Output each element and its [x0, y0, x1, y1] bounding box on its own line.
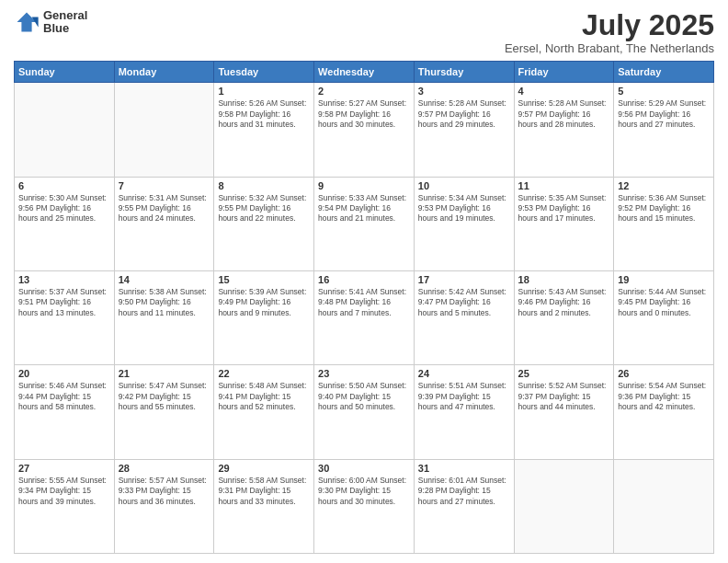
day-info: Sunrise: 5:39 AM Sunset: 9:49 PM Dayligh…	[218, 287, 310, 318]
day-info: Sunrise: 5:51 AM Sunset: 9:39 PM Dayligh…	[418, 381, 510, 412]
day-info: Sunrise: 5:26 AM Sunset: 9:58 PM Dayligh…	[218, 98, 310, 130]
day-number: 12	[618, 180, 710, 191]
calendar-table: Sunday Monday Tuesday Wednesday Thursday…	[14, 61, 714, 554]
day-number: 26	[618, 368, 710, 379]
calendar-cell	[514, 459, 614, 553]
calendar-cell: 25Sunrise: 5:52 AM Sunset: 9:37 PM Dayli…	[514, 365, 614, 459]
header-sunday: Sunday	[15, 62, 115, 83]
day-info: Sunrise: 5:28 AM Sunset: 9:57 PM Dayligh…	[418, 98, 510, 130]
svg-marker-0	[17, 13, 37, 32]
calendar-cell: 21Sunrise: 5:47 AM Sunset: 9:42 PM Dayli…	[114, 365, 214, 459]
day-number: 21	[119, 368, 210, 379]
day-info: Sunrise: 5:32 AM Sunset: 9:55 PM Dayligh…	[218, 193, 310, 224]
calendar-cell: 10Sunrise: 5:34 AM Sunset: 9:53 PM Dayli…	[414, 177, 514, 270]
calendar-cell: 26Sunrise: 5:54 AM Sunset: 9:36 PM Dayli…	[614, 365, 714, 459]
day-number: 4	[518, 86, 610, 97]
calendar-cell: 2Sunrise: 5:27 AM Sunset: 9:58 PM Daylig…	[314, 83, 415, 177]
day-number: 2	[318, 86, 410, 97]
day-number: 14	[119, 274, 210, 285]
day-number: 11	[518, 180, 610, 191]
calendar-cell: 17Sunrise: 5:42 AM Sunset: 9:47 PM Dayli…	[414, 270, 514, 364]
header: General Blue July 2025 Eersel, North Bra…	[14, 9, 714, 55]
day-number: 13	[18, 274, 110, 285]
main-title: July 2025	[505, 9, 714, 41]
day-number: 27	[18, 463, 110, 474]
day-number: 18	[518, 274, 610, 285]
day-info: Sunrise: 5:35 AM Sunset: 9:53 PM Dayligh…	[518, 193, 610, 224]
calendar-cell: 19Sunrise: 5:44 AM Sunset: 9:45 PM Dayli…	[614, 270, 714, 364]
calendar-cell: 1Sunrise: 5:26 AM Sunset: 9:58 PM Daylig…	[214, 83, 314, 177]
logo-line1: General	[43, 9, 87, 22]
day-number: 3	[418, 86, 510, 97]
header-friday: Friday	[514, 62, 614, 83]
calendar-cell: 20Sunrise: 5:46 AM Sunset: 9:44 PM Dayli…	[15, 365, 115, 459]
calendar-cell: 24Sunrise: 5:51 AM Sunset: 9:39 PM Dayli…	[414, 365, 514, 459]
calendar-cell: 28Sunrise: 5:57 AM Sunset: 9:33 PM Dayli…	[114, 459, 214, 553]
header-thursday: Thursday	[414, 62, 514, 83]
calendar-cell: 18Sunrise: 5:43 AM Sunset: 9:46 PM Dayli…	[514, 270, 614, 364]
day-info: Sunrise: 6:01 AM Sunset: 9:28 PM Dayligh…	[418, 476, 510, 507]
day-info: Sunrise: 5:50 AM Sunset: 9:40 PM Dayligh…	[318, 381, 410, 412]
day-number: 29	[218, 463, 310, 474]
day-info: Sunrise: 5:54 AM Sunset: 9:36 PM Dayligh…	[618, 381, 710, 412]
day-number: 24	[418, 368, 510, 379]
day-info: Sunrise: 5:43 AM Sunset: 9:46 PM Dayligh…	[518, 287, 610, 318]
day-number: 9	[318, 180, 410, 191]
calendar-week-2: 6Sunrise: 5:30 AM Sunset: 9:56 PM Daylig…	[15, 177, 714, 270]
day-number: 25	[518, 368, 610, 379]
header-saturday: Saturday	[614, 62, 714, 83]
day-number: 20	[18, 368, 110, 379]
day-info: Sunrise: 5:37 AM Sunset: 9:51 PM Dayligh…	[18, 287, 110, 318]
day-info: Sunrise: 5:47 AM Sunset: 9:42 PM Dayligh…	[119, 381, 210, 412]
day-info: Sunrise: 5:55 AM Sunset: 9:34 PM Dayligh…	[18, 476, 110, 507]
day-number: 22	[218, 368, 310, 379]
day-info: Sunrise: 5:29 AM Sunset: 9:56 PM Dayligh…	[618, 98, 710, 130]
day-info: Sunrise: 5:48 AM Sunset: 9:41 PM Dayligh…	[218, 381, 310, 412]
calendar-cell: 9Sunrise: 5:33 AM Sunset: 9:54 PM Daylig…	[314, 177, 415, 270]
day-info: Sunrise: 5:33 AM Sunset: 9:54 PM Dayligh…	[318, 193, 410, 224]
calendar-week-1: 1Sunrise: 5:26 AM Sunset: 9:58 PM Daylig…	[15, 83, 714, 177]
day-number: 15	[218, 274, 310, 285]
calendar-cell: 16Sunrise: 5:41 AM Sunset: 9:48 PM Dayli…	[314, 270, 415, 364]
day-number: 23	[318, 368, 410, 379]
calendar-week-4: 20Sunrise: 5:46 AM Sunset: 9:44 PM Dayli…	[15, 365, 714, 459]
calendar-cell: 27Sunrise: 5:55 AM Sunset: 9:34 PM Dayli…	[15, 459, 115, 553]
day-info: Sunrise: 5:46 AM Sunset: 9:44 PM Dayligh…	[18, 381, 110, 412]
day-number: 28	[119, 463, 210, 474]
calendar-cell: 11Sunrise: 5:35 AM Sunset: 9:53 PM Dayli…	[514, 177, 614, 270]
day-number: 1	[218, 86, 310, 97]
day-number: 30	[318, 463, 410, 474]
day-info: Sunrise: 5:44 AM Sunset: 9:45 PM Dayligh…	[618, 287, 710, 318]
day-info: Sunrise: 5:34 AM Sunset: 9:53 PM Dayligh…	[418, 193, 510, 224]
day-number: 5	[618, 86, 710, 97]
title-section: July 2025 Eersel, North Brabant, The Net…	[505, 9, 714, 55]
day-info: Sunrise: 5:41 AM Sunset: 9:48 PM Dayligh…	[318, 287, 410, 318]
calendar-cell: 3Sunrise: 5:28 AM Sunset: 9:57 PM Daylig…	[414, 83, 514, 177]
calendar-cell: 4Sunrise: 5:28 AM Sunset: 9:57 PM Daylig…	[514, 83, 614, 177]
day-info: Sunrise: 5:36 AM Sunset: 9:52 PM Dayligh…	[618, 193, 710, 224]
calendar-cell: 8Sunrise: 5:32 AM Sunset: 9:55 PM Daylig…	[214, 177, 314, 270]
day-info: Sunrise: 5:38 AM Sunset: 9:50 PM Dayligh…	[119, 287, 210, 318]
day-info: Sunrise: 5:58 AM Sunset: 9:31 PM Dayligh…	[218, 476, 310, 507]
day-info: Sunrise: 5:30 AM Sunset: 9:56 PM Dayligh…	[18, 193, 110, 224]
calendar-cell	[114, 83, 214, 177]
calendar-cell: 12Sunrise: 5:36 AM Sunset: 9:52 PM Dayli…	[614, 177, 714, 270]
page: General Blue July 2025 Eersel, North Bra…	[0, 0, 728, 563]
day-info: Sunrise: 5:31 AM Sunset: 9:55 PM Dayligh…	[119, 193, 210, 224]
day-number: 6	[18, 180, 110, 191]
subtitle: Eersel, North Brabant, The Netherlands	[505, 41, 714, 55]
calendar-cell: 15Sunrise: 5:39 AM Sunset: 9:49 PM Dayli…	[214, 270, 314, 364]
header-monday: Monday	[114, 62, 214, 83]
day-info: Sunrise: 5:52 AM Sunset: 9:37 PM Dayligh…	[518, 381, 610, 412]
calendar-cell: 29Sunrise: 5:58 AM Sunset: 9:31 PM Dayli…	[214, 459, 314, 553]
logo-line2: Blue	[43, 22, 87, 35]
calendar-cell: 7Sunrise: 5:31 AM Sunset: 9:55 PM Daylig…	[114, 177, 214, 270]
calendar-cell: 13Sunrise: 5:37 AM Sunset: 9:51 PM Dayli…	[15, 270, 115, 364]
logo-icon	[14, 9, 40, 35]
day-number: 19	[618, 274, 710, 285]
day-info: Sunrise: 5:28 AM Sunset: 9:57 PM Dayligh…	[518, 98, 610, 130]
day-number: 8	[218, 180, 310, 191]
day-info: Sunrise: 5:57 AM Sunset: 9:33 PM Dayligh…	[119, 476, 210, 507]
logo: General Blue	[14, 9, 87, 36]
day-number: 31	[418, 463, 510, 474]
